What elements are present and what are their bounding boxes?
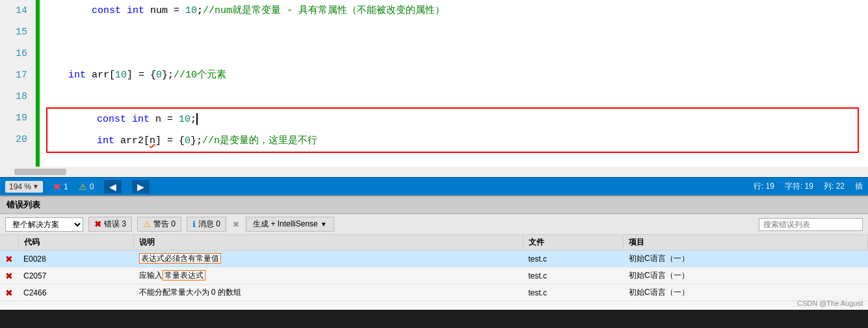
error-panel-title: 错误列表: [0, 197, 868, 214]
col-project: 项目: [624, 235, 868, 251]
table-row[interactable]: ✖ C2466 不能分配常量大小为 0 的数组 test.c 初始C语言（一）: [0, 284, 868, 301]
warning-count-item: ⚠ 0: [79, 182, 94, 192]
col-file: 文件: [523, 235, 624, 251]
error-search-input[interactable]: [759, 218, 863, 231]
line-num-19: 19: [8, 107, 27, 129]
row-file-1: test.c: [523, 251, 624, 267]
info-filter-label: 消息 0: [198, 219, 220, 230]
line-num-14: 14: [8, 0, 27, 21]
horizontal-scrollbar[interactable]: [0, 167, 868, 177]
desc-highlight-text: 表达式必须含有常量值: [139, 253, 221, 264]
row-label: 行: 19: [754, 181, 774, 192]
code-line-18: [45, 86, 863, 107]
code-line-15: [45, 21, 863, 43]
char-label: 字符: 19: [785, 181, 813, 192]
code-line-19: const int n = 10;: [47, 109, 858, 130]
error-row-icon: ✖: [5, 271, 13, 281]
row-icon-2: ✖: [0, 267, 18, 284]
col-icon: [0, 235, 18, 251]
nav-left-button[interactable]: ◀: [104, 180, 122, 193]
table-row[interactable]: ✖ E0028 表达式必须含有常量值 test.c 初始C语言（一）: [0, 251, 868, 267]
line-num-18: 18: [8, 86, 27, 107]
warning-filter-button[interactable]: ⚠ 警告 0: [137, 217, 181, 232]
watermark: CSDN @The August: [797, 299, 863, 307]
scroll-thumb[interactable]: [14, 169, 66, 175]
line-num-17: 17: [8, 64, 27, 86]
line-numbers: 14 15 16 17 18 19 20: [0, 0, 36, 167]
row-code-3: C2466: [18, 284, 134, 301]
insert-label: 插: [855, 181, 863, 192]
error-count-item: ✖ 1: [53, 182, 68, 192]
row-file-2: test.c: [523, 267, 624, 284]
editor-wrapper: 14 15 16 17 18 19 20 const int num = 10;…: [0, 0, 868, 310]
error-row-icon: ✖: [5, 288, 13, 298]
col-label: 列: 22: [824, 181, 845, 192]
code-line-20: int arr2[n] = {0};//n是变量的，这里是不行: [47, 130, 858, 152]
nav-right-button[interactable]: ▶: [132, 180, 150, 193]
warning-filter-icon: ⚠: [143, 219, 151, 229]
zoom-indicator[interactable]: 194 % ▼: [5, 181, 43, 193]
zoom-value: 194 %: [9, 182, 31, 191]
error-status-icon: ✖: [53, 182, 61, 192]
scope-filter-dropdown[interactable]: 整个解决方案: [5, 217, 83, 232]
table-header-row: 代码 说明 文件 项目: [0, 235, 868, 251]
code-line-17: int arr[10] = {0};//10个元素: [45, 64, 863, 86]
code-line-14: const int num = 10;//num就是常变量 - 具有常属性（不能…: [45, 0, 863, 21]
row-desc-1: 表达式必须含有常量值: [134, 251, 523, 267]
row-project-3: 初始C语言（一）: [624, 284, 868, 301]
row-code-2: C2057: [18, 267, 134, 284]
line-num-16: 16: [8, 43, 27, 64]
warning-status-count: 0: [90, 182, 94, 191]
gen-dropdown-icon: ▼: [321, 221, 327, 228]
row-project-2: 初始C语言（一）: [624, 267, 868, 284]
warning-filter-label: 警告 0: [153, 219, 176, 230]
highlighted-error-block: const int n = 10; int arr2[n] = {0};//n是…: [46, 107, 859, 153]
table-row[interactable]: ✖ C2057 应输入常量表达式 test.c 初始C语言（一）: [0, 267, 868, 284]
row-icon-3: ✖: [0, 284, 18, 301]
row-desc-2: 应输入常量表达式: [134, 267, 523, 284]
line-num-15: 15: [8, 21, 27, 43]
error-panel-toolbar: 整个解决方案 ✖ 错误 3 ⚠ 警告 0 ℹ 消息 0 ✖ 生成 + Intel…: [0, 214, 868, 235]
toolbar-divider: ✖: [233, 220, 239, 229]
code-container: 14 15 16 17 18 19 20 const int num = 10;…: [0, 0, 868, 167]
error-filter-icon: ✖: [94, 219, 101, 229]
warning-status-icon: ⚠: [79, 182, 87, 192]
error-status-count: 1: [64, 182, 68, 191]
row-desc-3: 不能分配常量大小为 0 的数组: [134, 284, 523, 301]
error-table: 代码 说明 文件 项目 ✖ E0028 表达式必须含有常量值 test.c 初始…: [0, 235, 868, 310]
row-project-1: 初始C语言（一）: [624, 251, 868, 267]
info-filter-icon: ℹ: [192, 219, 196, 229]
col-code: 代码: [18, 235, 134, 251]
row-icon-1: ✖: [0, 251, 18, 267]
row-code-1: E0028: [18, 251, 134, 267]
code-editor: 14 15 16 17 18 19 20 const int num = 10;…: [0, 0, 868, 195]
error-filter-label: 错误 3: [104, 219, 126, 230]
line-num-20: 20: [8, 129, 27, 150]
error-panel: 错误列表 整个解决方案 ✖ 错误 3 ⚠ 警告 0 ℹ 消息 0 ✖ 生成 + …: [0, 195, 868, 310]
error-filter-button[interactable]: ✖ 错误 3: [88, 217, 132, 232]
gen-btn-label: 生成 + IntelliSense: [253, 219, 318, 230]
zoom-dropdown-icon[interactable]: ▼: [33, 183, 39, 190]
desc-highlight-text-2: 常量表达式: [163, 270, 205, 280]
info-filter-button[interactable]: ℹ 消息 0: [187, 217, 226, 232]
code-lines[interactable]: const int num = 10;//num就是常变量 - 具有常属性（不能…: [40, 0, 868, 167]
status-bar: 194 % ▼ ✖ 1 ⚠ 0 ◀ ▶ 行: 19 字符: 19 列: 22 插: [0, 177, 868, 195]
cursor-position: 行: 19 字符: 19 列: 22 插: [754, 181, 863, 192]
error-row-icon: ✖: [5, 254, 13, 264]
gen-intellisense-button[interactable]: 生成 + IntelliSense ▼: [246, 217, 334, 232]
row-file-3: test.c: [523, 284, 624, 301]
col-desc: 说明: [134, 235, 523, 251]
code-line-16: [45, 43, 863, 64]
